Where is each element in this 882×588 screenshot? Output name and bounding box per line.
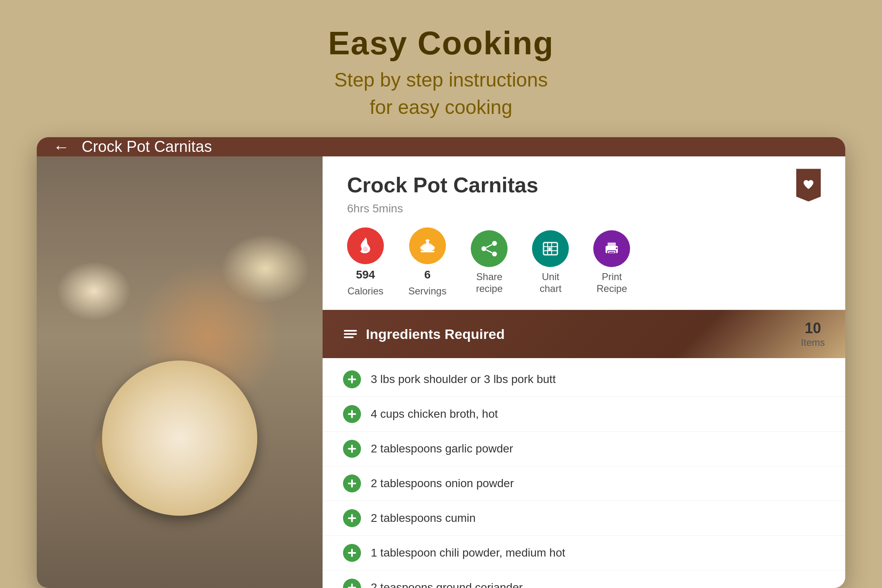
print-label: PrintRecipe bbox=[597, 271, 627, 295]
servings-icon-circle bbox=[409, 227, 446, 264]
ingredient-text: 2 tablespoons cumin bbox=[371, 512, 476, 525]
svg-rect-33 bbox=[348, 483, 356, 484]
app-title: Easy Cooking bbox=[328, 24, 554, 62]
svg-point-22 bbox=[616, 247, 617, 249]
recipe-top: Crock Pot Carnitas 6hrs 5mins bbox=[323, 156, 845, 310]
svg-point-8 bbox=[481, 246, 486, 251]
app-subtitle: Step by step instructions for easy cooki… bbox=[328, 66, 554, 121]
svg-point-7 bbox=[492, 252, 497, 256]
ingredient-text: 3 lbs pork shoulder or 3 lbs pork butt bbox=[371, 373, 556, 386]
svg-rect-5 bbox=[421, 251, 434, 252]
svg-rect-23 bbox=[344, 330, 357, 332]
recipe-time: 6hrs 5mins bbox=[347, 202, 796, 215]
svg-rect-24 bbox=[344, 333, 357, 335]
add-ingredient-button[interactable] bbox=[343, 579, 361, 588]
print-action[interactable]: PrintRecipe bbox=[593, 230, 630, 295]
svg-rect-37 bbox=[348, 552, 356, 554]
add-ingredient-button[interactable] bbox=[343, 544, 361, 562]
plus-icon bbox=[346, 512, 358, 524]
share-icon bbox=[479, 238, 499, 259]
share-action[interactable]: Sharerecipe bbox=[471, 230, 508, 295]
calories-label: Calories bbox=[347, 285, 383, 297]
calories-value: 594 bbox=[356, 268, 375, 281]
plus-icon bbox=[346, 443, 358, 454]
svg-rect-20 bbox=[609, 252, 615, 253]
recipe-name: Crock Pot Carnitas bbox=[347, 173, 796, 197]
share-label: Sharerecipe bbox=[476, 271, 503, 295]
servings-value: 6 bbox=[424, 268, 431, 281]
ingredients-title: Ingredients Required bbox=[366, 326, 505, 342]
ingredients-list: 3 lbs pork shoulder or 3 lbs pork butt 4… bbox=[323, 358, 845, 588]
servings-label: Servings bbox=[408, 285, 446, 297]
calories-action[interactable]: 594 Calories bbox=[347, 227, 384, 297]
heart-icon bbox=[802, 179, 815, 191]
svg-point-0 bbox=[363, 247, 368, 252]
list-item: 4 cups chicken broth, hot bbox=[323, 397, 845, 432]
app-content: Crock Pot Carnitas 6hrs 5mins bbox=[37, 156, 845, 588]
svg-rect-31 bbox=[348, 448, 356, 450]
food-image bbox=[37, 156, 323, 588]
add-ingredient-button[interactable] bbox=[343, 474, 361, 492]
list-item: 3 lbs pork shoulder or 3 lbs pork butt bbox=[323, 362, 845, 397]
app-window: ← Crock Pot Carnitas Crock Pot Carnitas … bbox=[37, 137, 845, 588]
ingredient-text: 2 teaspoons ground coriander bbox=[371, 581, 523, 588]
ingredients-count: 10 Items bbox=[801, 320, 825, 348]
bookmark-button[interactable] bbox=[796, 169, 821, 201]
plus-icon bbox=[346, 582, 358, 588]
food-photo bbox=[37, 156, 323, 588]
add-ingredient-button[interactable] bbox=[343, 370, 361, 388]
page-header: Easy Cooking Step by step instructions f… bbox=[328, 0, 554, 137]
list-item: 2 teaspoons ground coriander bbox=[323, 570, 845, 588]
items-label: Items bbox=[801, 337, 825, 348]
svg-line-9 bbox=[486, 245, 492, 247]
ingredients-header: Ingredients Required 10 Items bbox=[323, 310, 845, 358]
list-item: 2 tablespoons cumin bbox=[323, 501, 845, 536]
dish-icon bbox=[417, 236, 438, 256]
svg-rect-21 bbox=[609, 254, 613, 254]
ingredient-text: 2 tablespoons onion powder bbox=[371, 477, 514, 490]
svg-rect-29 bbox=[348, 413, 356, 415]
svg-rect-27 bbox=[348, 379, 356, 380]
recipe-panel: Crock Pot Carnitas 6hrs 5mins bbox=[323, 156, 845, 588]
unit-action[interactable]: Unitchart bbox=[532, 230, 569, 295]
calories-icon-circle bbox=[347, 227, 384, 264]
plus-icon bbox=[346, 408, 358, 420]
add-ingredient-button[interactable] bbox=[343, 405, 361, 423]
chart-icon bbox=[540, 238, 561, 259]
plus-icon bbox=[346, 478, 358, 489]
items-count: 10 bbox=[801, 320, 825, 337]
svg-point-4 bbox=[425, 239, 430, 242]
list-item: 1 tablespoon chili powder, medium hot bbox=[323, 536, 845, 570]
list-item: 2 tablespoons garlic powder bbox=[323, 432, 845, 466]
screen-title: Crock Pot Carnitas bbox=[82, 138, 212, 156]
svg-line-10 bbox=[486, 250, 492, 253]
fire-icon bbox=[355, 236, 376, 256]
list-item: 2 tablespoons onion powder bbox=[323, 466, 845, 501]
unit-icon-circle bbox=[532, 230, 569, 267]
svg-rect-25 bbox=[344, 336, 354, 338]
add-ingredient-button[interactable] bbox=[343, 440, 361, 458]
ingredient-text: 4 cups chicken broth, hot bbox=[371, 408, 498, 421]
share-icon-circle bbox=[471, 230, 508, 267]
list-icon bbox=[343, 327, 358, 341]
svg-rect-18 bbox=[608, 243, 616, 247]
plus-icon bbox=[346, 374, 358, 385]
unit-label: Unitchart bbox=[540, 271, 561, 295]
recipe-actions: 594 Calories bbox=[347, 227, 796, 297]
ingredient-text: 1 tablespoon chili powder, medium hot bbox=[371, 546, 565, 559]
add-ingredient-button[interactable] bbox=[343, 509, 361, 527]
svg-rect-16 bbox=[548, 247, 551, 251]
plus-icon bbox=[346, 547, 358, 559]
ingredient-text: 2 tablespoons garlic powder bbox=[371, 442, 513, 455]
svg-rect-35 bbox=[348, 517, 356, 519]
app-header: ← Crock Pot Carnitas bbox=[37, 137, 845, 156]
print-icon bbox=[601, 238, 622, 259]
back-button[interactable]: ← bbox=[53, 137, 69, 156]
svg-point-6 bbox=[492, 241, 497, 246]
print-icon-circle bbox=[593, 230, 630, 267]
servings-action[interactable]: 6 Servings bbox=[408, 227, 446, 297]
